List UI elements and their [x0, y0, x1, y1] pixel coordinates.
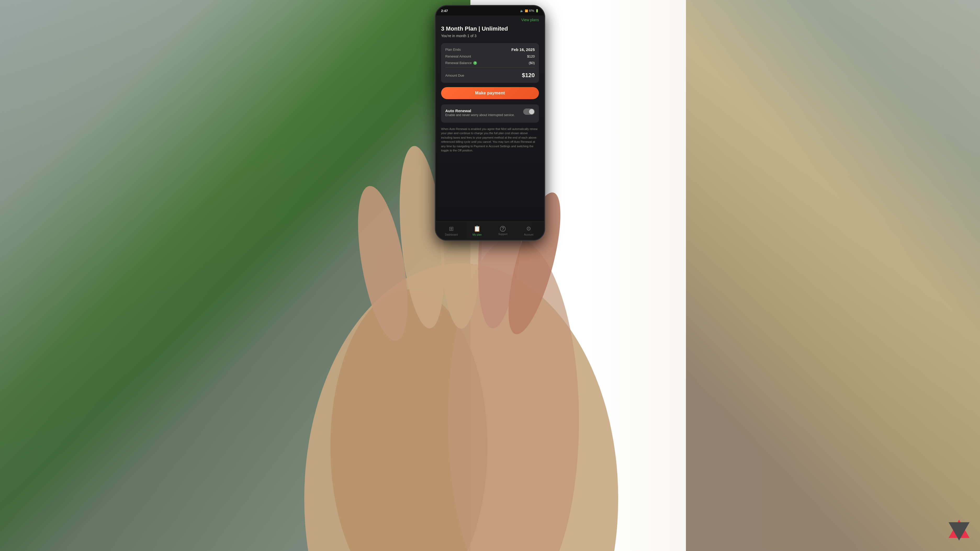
phone-body: 2:47 🔈 📶 97% 🔋 View plans: [435, 5, 545, 241]
phone-screen: 2:47 🔈 📶 97% 🔋 View plans: [436, 6, 544, 240]
plan-row-renewal-balance: Renewal Balance ? ($0): [445, 61, 535, 65]
auto-renewal-toggle[interactable]: [523, 108, 535, 115]
renewal-amount-label: Renewal Amount: [445, 54, 471, 58]
plan-divider: [445, 67, 535, 68]
screen-content: View plans 3 Month Plan | Unlimited You'…: [436, 16, 544, 221]
view-plans-container: View plans: [441, 17, 539, 22]
amount-due-label: Amount Due: [445, 73, 464, 78]
plan-subtitle: You're in month 1 of 3: [441, 34, 539, 38]
auto-renewal-text-group: Auto Renewal Enable and never worry abou…: [445, 108, 515, 118]
plan-row-renewal-amount: Renewal Amount $120: [445, 54, 535, 58]
amount-due-value: $120: [522, 72, 535, 79]
plan-ends-label: Plan Ends: [445, 48, 461, 51]
logo-triangle: [948, 519, 969, 540]
content-scroll: View plans 3 Month Plan | Unlimited You'…: [436, 16, 544, 153]
renewal-balance-label: Renewal Balance ?: [445, 61, 477, 65]
make-payment-button[interactable]: Make payment: [441, 87, 539, 99]
auto-renewal-title: Auto Renewal: [445, 108, 515, 113]
plan-title: 3 Month Plan | Unlimited: [441, 25, 539, 32]
plan-details-card: Plan Ends Feb 16, 2025 Renewal Amount $1…: [441, 43, 539, 83]
renewal-balance-info-icon[interactable]: ?: [473, 61, 477, 65]
plan-row-amount-due: Amount Due $120: [445, 72, 535, 79]
view-plans-link[interactable]: View plans: [522, 18, 539, 22]
toggle-thumb: [529, 109, 534, 114]
logo-area: [948, 519, 969, 540]
phone-device: 2:47 🔈 📶 97% 🔋 View plans: [435, 5, 545, 241]
renewal-amount-value: $120: [527, 54, 535, 58]
disclaimer-text: When Auto Renewal is enabled you agree t…: [441, 127, 539, 153]
auto-renewal-description: Enable and never worry about interrupted…: [445, 113, 515, 118]
plan-ends-value: Feb 16, 2025: [511, 47, 535, 52]
auto-renewal-card: Auto Renewal Enable and never worry abou…: [441, 104, 539, 123]
renewal-balance-value: ($0): [529, 61, 535, 65]
plan-row-ends: Plan Ends Feb 16, 2025: [445, 47, 535, 52]
auto-renewal-header: Auto Renewal Enable and never worry abou…: [445, 108, 535, 118]
